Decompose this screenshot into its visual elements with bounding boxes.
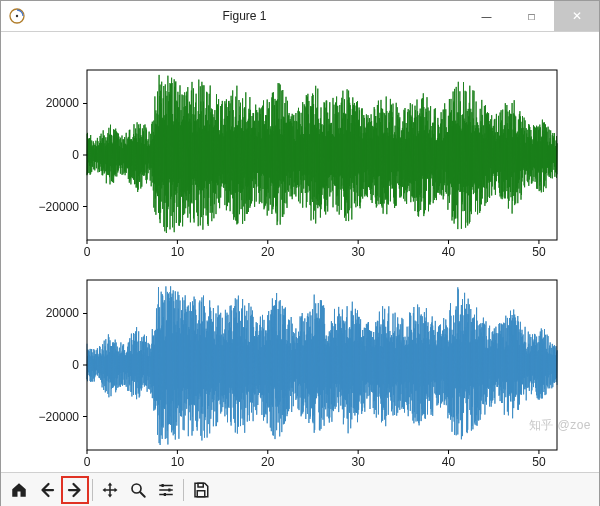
svg-text:20000: 20000 bbox=[46, 306, 80, 320]
minimize-button[interactable]: — bbox=[464, 1, 509, 31]
close-icon: ✕ bbox=[572, 9, 582, 23]
svg-text:30: 30 bbox=[351, 455, 365, 469]
zoom-button[interactable] bbox=[124, 476, 152, 504]
maximize-icon: □ bbox=[528, 11, 534, 22]
svg-text:−20000: −20000 bbox=[39, 200, 80, 214]
nav-toolbar bbox=[1, 472, 599, 506]
svg-text:10: 10 bbox=[171, 455, 185, 469]
plot-svg: 01020304050−2000002000001020304050−20000… bbox=[1, 32, 599, 472]
pan-icon bbox=[101, 481, 119, 499]
configure-button[interactable] bbox=[152, 476, 180, 504]
minimize-icon: — bbox=[482, 11, 492, 22]
svg-text:0: 0 bbox=[84, 455, 91, 469]
maximize-button[interactable]: □ bbox=[509, 1, 554, 31]
svg-text:40: 40 bbox=[442, 245, 456, 259]
save-icon bbox=[192, 481, 210, 499]
svg-text:0: 0 bbox=[72, 148, 79, 162]
titlebar[interactable]: Figure 1 — □ ✕ bbox=[1, 1, 599, 32]
figure-window: Figure 1 — □ ✕ 01020304050−2000002000001… bbox=[0, 0, 600, 506]
svg-text:20: 20 bbox=[261, 455, 275, 469]
svg-text:−20000: −20000 bbox=[39, 410, 80, 424]
home-icon bbox=[10, 481, 28, 499]
zoom-icon bbox=[129, 481, 147, 499]
close-button[interactable]: ✕ bbox=[554, 1, 599, 31]
home-button[interactable] bbox=[5, 476, 33, 504]
sliders-icon bbox=[157, 481, 175, 499]
svg-rect-43 bbox=[164, 493, 166, 496]
figure-canvas[interactable]: 01020304050−2000002000001020304050−20000… bbox=[1, 32, 599, 472]
svg-rect-41 bbox=[162, 484, 164, 487]
svg-rect-44 bbox=[198, 483, 203, 487]
svg-text:30: 30 bbox=[351, 245, 365, 259]
toolbar-separator bbox=[92, 479, 93, 501]
svg-point-1 bbox=[16, 15, 18, 17]
pan-button[interactable] bbox=[96, 476, 124, 504]
toolbar-separator bbox=[183, 479, 184, 501]
svg-text:10: 10 bbox=[171, 245, 185, 259]
svg-text:50: 50 bbox=[532, 455, 546, 469]
app-icon bbox=[9, 8, 25, 24]
svg-text:20: 20 bbox=[261, 245, 275, 259]
arrow-left-icon bbox=[38, 481, 56, 499]
svg-text:40: 40 bbox=[442, 455, 456, 469]
window-title: Figure 1 bbox=[25, 9, 464, 23]
svg-text:0: 0 bbox=[72, 358, 79, 372]
back-button[interactable] bbox=[33, 476, 61, 504]
svg-rect-45 bbox=[197, 491, 205, 497]
svg-text:20000: 20000 bbox=[46, 96, 80, 110]
svg-text:0: 0 bbox=[84, 245, 91, 259]
arrow-right-icon bbox=[66, 481, 84, 499]
svg-rect-42 bbox=[168, 489, 170, 492]
save-button[interactable] bbox=[187, 476, 215, 504]
svg-text:50: 50 bbox=[532, 245, 546, 259]
forward-button[interactable] bbox=[61, 476, 89, 504]
